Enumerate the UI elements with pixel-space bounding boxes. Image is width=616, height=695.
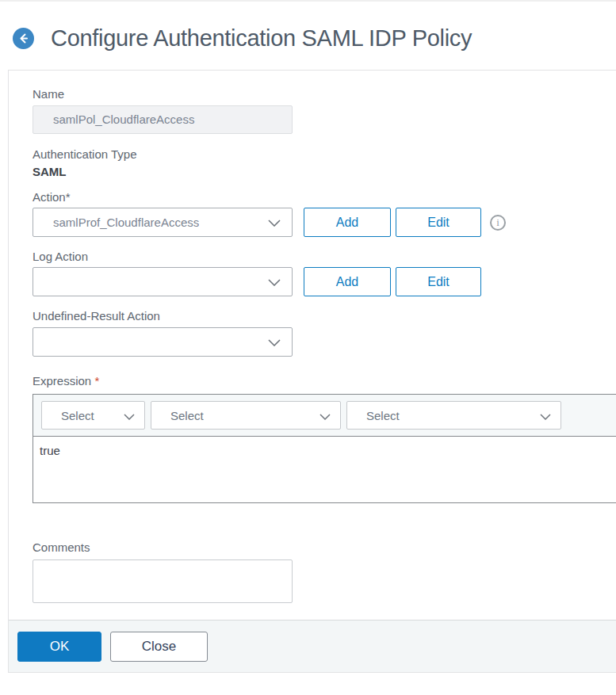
action-select-value: samlProf_CloudflareAccess [53,216,199,229]
arrow-left-icon [17,32,29,44]
chevron-down-icon [319,409,331,422]
chevron-down-icon [268,335,281,349]
log-action-select[interactable] [33,267,293,296]
comments-label: Comments [33,540,616,555]
action-edit-button[interactable]: Edit [396,208,481,237]
expression-textarea[interactable]: true [33,437,616,502]
comments-textarea[interactable] [33,559,293,603]
close-button[interactable]: Close [110,632,208,662]
page-top-divider [0,0,616,2]
auth-type-label: Authentication Type [33,147,616,162]
name-label: Name [33,87,616,101]
name-input: samlPol_CloudflareAccess [33,105,293,134]
ok-button[interactable]: OK [17,632,101,662]
action-add-button[interactable]: Add [304,208,391,237]
log-action-row: Add Edit [33,267,616,296]
log-action-label: Log Action [33,250,616,264]
required-asterisk: * [94,374,99,388]
expression-label: Expression * [33,374,616,388]
action-label: Action* [33,190,616,204]
back-button[interactable] [13,28,34,49]
undefined-result-action-label: Undefined-Result Action [33,309,616,323]
log-action-edit-button[interactable]: Edit [396,267,481,296]
undefined-result-action-row [33,327,616,357]
expression-select-3-value: Select [366,409,400,422]
action-row: samlProf_CloudflareAccess Add Edit i [33,208,616,237]
chevron-down-icon [540,409,551,422]
expression-select-1[interactable]: Select [41,401,145,430]
info-icon[interactable]: i [490,215,506,231]
chevron-down-icon [124,409,135,422]
expression-select-2[interactable]: Select [151,401,341,430]
action-select[interactable]: samlProf_CloudflareAccess [33,208,293,237]
undefined-result-action-select[interactable] [33,327,293,357]
expression-select-1-value: Select [61,409,94,422]
expression-select-3[interactable]: Select [346,401,561,430]
chevron-down-icon [268,216,281,229]
page-header: Configure Authentication SAML IDP Policy [13,19,616,57]
expression-select-2-value: Select [170,409,204,422]
form-footer: OK Close [9,620,616,672]
log-action-add-button[interactable]: Add [304,267,391,296]
chevron-down-icon [268,275,281,288]
auth-type-value: SAML [33,165,616,179]
expression-editor: Select Select Select true [33,394,616,503]
form-panel: Name samlPol_CloudflareAccess Authentica… [8,70,616,673]
expression-toolbar: Select Select Select [33,395,616,437]
page-title: Configure Authentication SAML IDP Policy [51,25,472,52]
